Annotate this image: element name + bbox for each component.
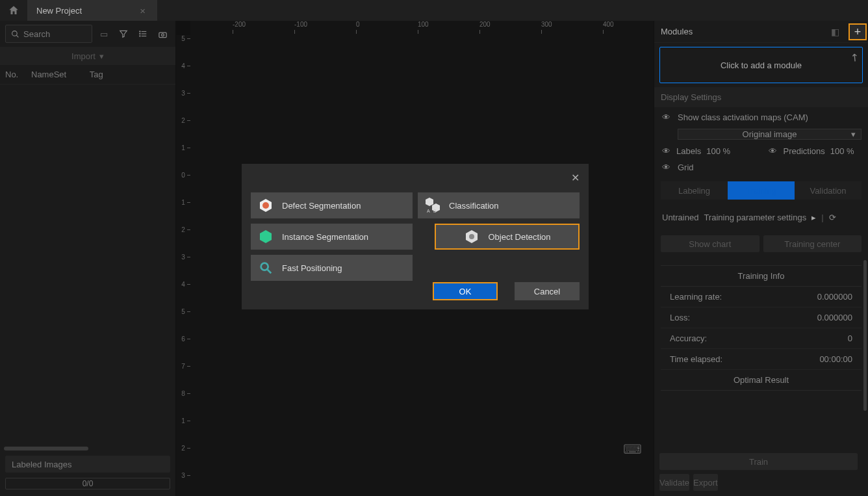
add-module-area[interactable]: Click to add a module ↗ — [659, 47, 863, 83]
left-panel: Search ▭ Import ▾ No. Name Set Tag Label… — [0, 21, 176, 496]
search-input[interactable]: Search — [5, 25, 92, 43]
filter-icon[interactable] — [116, 26, 131, 42]
image-list — [0, 85, 175, 447]
export-button[interactable]: Export — [693, 474, 718, 491]
view-icon[interactable]: ▭ — [96, 26, 112, 42]
eye-icon[interactable]: 👁 — [661, 146, 671, 156]
search-icon — [11, 30, 19, 38]
keyboard-icon[interactable]: ⌨ — [623, 441, 642, 457]
right-panel: Modules ◧ + Click to add a module ↗ Disp… — [654, 21, 868, 496]
close-icon[interactable]: × — [140, 5, 146, 16]
optimal-title: Optimal Result — [661, 370, 862, 391]
labeled-images[interactable]: Labeled Images — [5, 456, 170, 473]
hexagon-green-icon — [257, 228, 274, 245]
grid-label: Grid — [678, 163, 694, 172]
eye-icon[interactable]: 👁 — [661, 112, 671, 122]
type-object-detection[interactable]: Object Detection — [435, 224, 580, 250]
classification-icon: AB — [424, 197, 441, 214]
eye-icon[interactable]: 👁 — [661, 163, 671, 172]
svg-point-5 — [140, 31, 140, 32]
training-center-button[interactable]: Training center — [763, 235, 862, 252]
cancel-button[interactable]: Cancel — [515, 282, 580, 300]
svg-line-20 — [268, 270, 272, 274]
type-classification[interactable]: AB Classification — [418, 192, 580, 218]
svg-text:A: A — [427, 209, 430, 213]
search-placeholder: Search — [23, 29, 50, 39]
image-mode-select[interactable]: Original image ▾ — [678, 129, 862, 140]
svg-rect-8 — [159, 33, 166, 38]
svg-text:B: B — [433, 209, 437, 213]
tab-validation[interactable]: Validation — [795, 181, 862, 200]
h-scrollbar[interactable] — [4, 447, 172, 450]
eye-icon[interactable]: 👁 — [768, 146, 778, 156]
layout-icon[interactable]: ◧ — [831, 27, 839, 37]
module-type-dialog: ✕ Defect Segmentation AB Classification … — [242, 164, 589, 309]
show-chart-button[interactable]: Show chart — [661, 235, 760, 252]
svg-point-7 — [140, 36, 140, 36]
svg-point-18 — [469, 234, 474, 239]
project-tab[interactable]: New Project × — [27, 0, 157, 21]
ok-button[interactable]: OK — [433, 282, 498, 300]
ruler-vertical: 54321012345678123 — [176, 35, 190, 496]
magnifier-icon — [257, 259, 274, 276]
svg-point-9 — [161, 33, 164, 36]
chevron-down-icon: ▾ — [99, 51, 104, 61]
type-instance-segmentation[interactable]: Instance Segmentation — [251, 224, 413, 250]
tab-title: New Project — [36, 6, 82, 16]
tab-labeling[interactable]: Labeling — [661, 181, 728, 200]
cam-label: Show class activation maps (CAM) — [678, 112, 808, 122]
close-icon[interactable]: ✕ — [571, 172, 580, 184]
type-fast-positioning[interactable]: Fast Positioning — [251, 255, 413, 281]
training-info-title: Training Info — [661, 266, 862, 287]
list-icon[interactable] — [135, 26, 151, 42]
col-tag[interactable]: Tag — [80, 70, 103, 79]
tab-training[interactable]: Training — [728, 181, 795, 200]
train-button[interactable]: Train — [659, 453, 858, 470]
svg-marker-16 — [260, 230, 272, 243]
svg-line-1 — [16, 35, 18, 37]
camera-icon[interactable] — [155, 26, 170, 42]
type-defect-segmentation[interactable]: Defect Segmentation — [251, 192, 413, 218]
import-button[interactable]: Import ▾ — [0, 47, 175, 65]
arrow-icon: ↗ — [847, 50, 862, 64]
ruler-horizontal: -300-200-1000100200300400500600 — [190, 21, 654, 35]
training-status: Untrained — [662, 213, 698, 222]
svg-point-6 — [140, 33, 140, 34]
col-no[interactable]: No. — [5, 70, 31, 79]
col-set[interactable]: Set — [54, 70, 80, 79]
validate-button[interactable]: Validate — [659, 474, 689, 491]
svg-marker-12 — [426, 198, 433, 206]
labeled-counter: 0/0 — [5, 478, 170, 489]
display-settings-title: Display Settings — [654, 87, 868, 107]
chevron-down-icon: ▾ — [851, 129, 856, 139]
col-name[interactable]: Name — [31, 70, 54, 79]
v-scrollbar[interactable] — [863, 260, 867, 411]
svg-point-11 — [262, 202, 269, 209]
param-settings-link[interactable]: Training parameter settings — [704, 213, 806, 222]
refresh-icon[interactable]: ⟳ — [829, 213, 836, 222]
hexagon-grey-icon — [463, 228, 480, 245]
home-button[interactable] — [0, 0, 27, 21]
svg-point-0 — [12, 31, 18, 36]
add-module-button[interactable]: + — [849, 23, 867, 40]
chevron-right-icon: ▸ — [811, 213, 816, 222]
hexagon-icon — [257, 197, 274, 214]
modules-title: Modules — [661, 27, 693, 36]
svg-point-19 — [261, 263, 268, 270]
